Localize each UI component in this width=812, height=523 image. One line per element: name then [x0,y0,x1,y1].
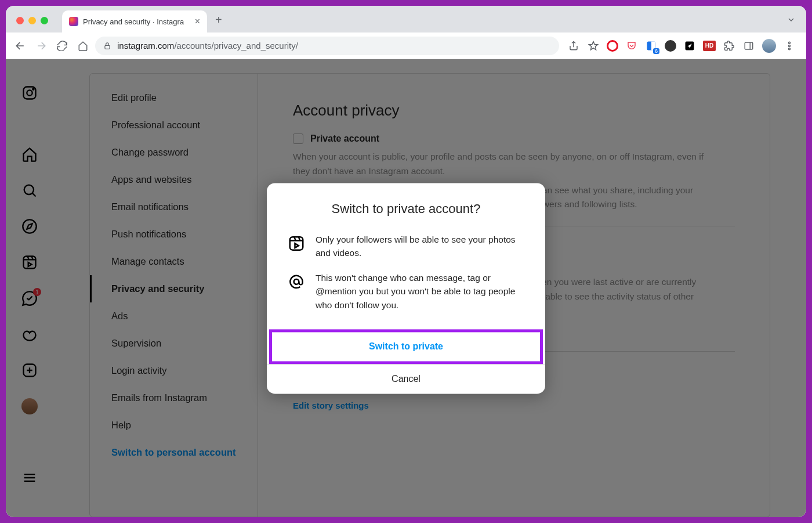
chrome-menu-icon[interactable] [783,39,796,52]
forward-button[interactable] [32,37,50,55]
browser-tabbar: Privacy and security · Instagra × + [6,6,806,33]
sidepanel-icon[interactable] [742,39,755,52]
switch-private-dialog: Switch to private account? Only your fol… [267,183,545,394]
svg-rect-0 [105,45,110,49]
svg-point-7 [789,48,791,49]
extension-icon-hd[interactable]: HD [703,41,716,51]
pocket-extension-icon[interactable] [625,39,638,52]
minimize-window-icon[interactable] [28,17,36,24]
dialog-title: Switch to private account? [267,183,545,227]
tabs-dropdown-icon[interactable] [786,15,796,27]
lock-icon [103,42,111,50]
svg-point-16 [294,279,299,284]
url-host: instagram.com [117,41,174,51]
share-icon[interactable] [567,39,580,52]
window-controls[interactable] [16,17,48,24]
home-button[interactable] [74,37,92,55]
opera-extension-icon[interactable] [607,40,618,52]
cancel-button[interactable]: Cancel [267,364,545,394]
reels-icon [288,235,305,252]
svg-point-5 [789,42,791,44]
close-tab-icon[interactable]: × [195,16,200,27]
browser-tab[interactable]: Privacy and security · Instagra × [62,10,207,33]
back-button[interactable] [12,37,29,55]
svg-rect-4 [745,42,753,49]
new-tab-button[interactable]: + [207,13,230,33]
extension-badge: 6 [653,48,659,54]
url-path: /accounts/privacy_and_security/ [174,41,298,51]
reload-button[interactable] [53,37,71,55]
extension-icon-blue[interactable]: 6 [645,39,658,52]
extension-icon-send[interactable] [683,39,696,52]
svg-rect-15 [290,237,303,250]
tab-title: Privacy and security · Instagra [83,17,184,26]
address-bar[interactable]: instagram.com/accounts/privacy_and_secur… [95,37,559,55]
instagram-favicon [69,17,78,26]
switch-to-private-button[interactable]: Switch to private [272,332,540,361]
profile-avatar[interactable] [762,39,776,53]
highlight-annotation: Switch to private [269,329,543,364]
extensions-puzzle-icon[interactable] [723,39,735,52]
extension-icon-ninja[interactable] [665,40,676,52]
dialog-line-2: This won't change who can message, tag o… [316,271,524,312]
browser-toolbar: instagram.com/accounts/privacy_and_secur… [6,33,806,59]
close-window-icon[interactable] [16,17,24,24]
svg-point-6 [789,45,791,46]
extensions-bar: 6 HD [563,39,800,53]
bookmark-star-icon[interactable] [587,39,600,52]
mention-icon [288,273,305,290]
dialog-line-1: Only your followers will be able to see … [316,233,524,260]
maximize-window-icon[interactable] [41,17,48,24]
